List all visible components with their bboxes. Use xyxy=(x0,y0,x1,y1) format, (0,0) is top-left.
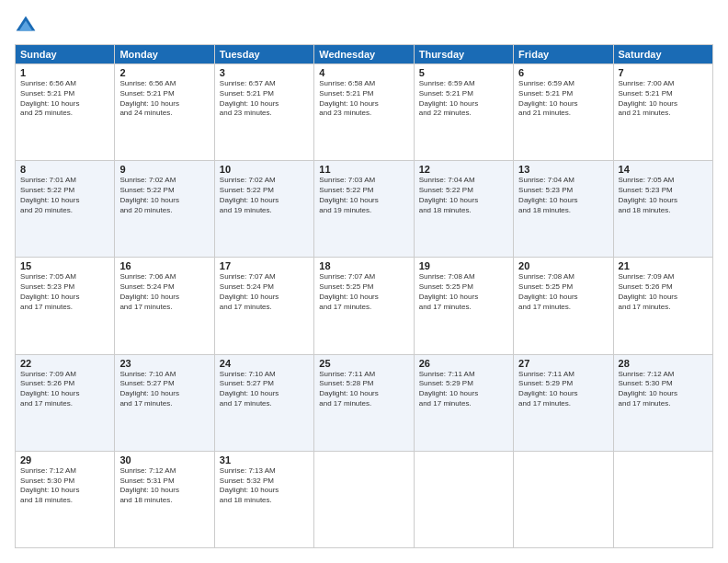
day-number: 27 xyxy=(518,358,608,369)
cell-4-5 xyxy=(514,451,613,547)
cell-info: Sunrise: 7:00 AM Sunset: 5:21 PM Dayligh… xyxy=(619,79,708,119)
calendar-table: SundayMondayTuesdayWednesdayThursdayFrid… xyxy=(15,44,713,548)
cell-info: Sunrise: 7:08 AM Sunset: 5:25 PM Dayligh… xyxy=(419,272,508,312)
week-row-2: 15Sunrise: 7:05 AM Sunset: 5:23 PM Dayli… xyxy=(16,258,713,354)
cell-info: Sunrise: 7:02 AM Sunset: 5:22 PM Dayligh… xyxy=(220,176,309,215)
col-sunday: Sunday xyxy=(16,45,115,64)
day-number: 8 xyxy=(20,164,109,175)
cell-info: Sunrise: 6:56 AM Sunset: 5:21 PM Dayligh… xyxy=(20,79,109,119)
cell-0-2: 3Sunrise: 6:57 AM Sunset: 5:21 PM Daylig… xyxy=(214,64,313,161)
day-number: 14 xyxy=(619,164,708,175)
cell-info: Sunrise: 6:57 AM Sunset: 5:21 PM Dayligh… xyxy=(220,79,309,119)
day-number: 13 xyxy=(518,164,608,175)
cell-0-6: 7Sunrise: 7:00 AM Sunset: 5:21 PM Daylig… xyxy=(613,64,712,161)
cell-info: Sunrise: 7:02 AM Sunset: 5:22 PM Dayligh… xyxy=(119,176,209,215)
day-number: 18 xyxy=(319,260,408,271)
col-saturday: Saturday xyxy=(613,45,712,64)
cell-3-0: 22Sunrise: 7:09 AM Sunset: 5:26 PM Dayli… xyxy=(16,354,115,451)
cell-1-3: 11Sunrise: 7:03 AM Sunset: 5:22 PM Dayli… xyxy=(314,161,414,258)
cell-2-4: 19Sunrise: 7:08 AM Sunset: 5:25 PM Dayli… xyxy=(414,258,513,354)
cell-info: Sunrise: 7:04 AM Sunset: 5:23 PM Dayligh… xyxy=(518,176,608,215)
col-thursday: Thursday xyxy=(414,45,513,64)
cell-4-0: 29Sunrise: 7:12 AM Sunset: 5:30 PM Dayli… xyxy=(16,451,115,547)
day-number: 25 xyxy=(319,358,408,369)
cell-0-1: 2Sunrise: 6:56 AM Sunset: 5:21 PM Daylig… xyxy=(115,64,214,161)
header xyxy=(15,15,713,37)
logo xyxy=(15,15,40,37)
cell-3-1: 23Sunrise: 7:10 AM Sunset: 5:27 PM Dayli… xyxy=(115,354,214,451)
day-number: 30 xyxy=(119,454,209,465)
cell-info: Sunrise: 7:12 AM Sunset: 5:30 PM Dayligh… xyxy=(619,370,708,409)
day-number: 7 xyxy=(619,67,708,78)
cell-3-2: 24Sunrise: 7:10 AM Sunset: 5:27 PM Dayli… xyxy=(214,354,313,451)
day-number: 11 xyxy=(319,164,408,175)
day-number: 2 xyxy=(119,67,209,78)
cell-2-0: 15Sunrise: 7:05 AM Sunset: 5:23 PM Dayli… xyxy=(16,258,115,354)
cell-info: Sunrise: 6:59 AM Sunset: 5:21 PM Dayligh… xyxy=(419,79,508,119)
cell-info: Sunrise: 7:08 AM Sunset: 5:25 PM Dayligh… xyxy=(518,272,608,312)
cell-info: Sunrise: 7:05 AM Sunset: 5:23 PM Dayligh… xyxy=(20,272,109,312)
cell-2-6: 21Sunrise: 7:09 AM Sunset: 5:26 PM Dayli… xyxy=(613,258,712,354)
cell-2-1: 16Sunrise: 7:06 AM Sunset: 5:24 PM Dayli… xyxy=(115,258,214,354)
cell-1-6: 14Sunrise: 7:05 AM Sunset: 5:23 PM Dayli… xyxy=(613,161,712,258)
day-number: 5 xyxy=(419,67,508,78)
col-friday: Friday xyxy=(514,45,613,64)
cell-0-5: 6Sunrise: 6:59 AM Sunset: 5:21 PM Daylig… xyxy=(514,64,613,161)
day-number: 10 xyxy=(220,164,309,175)
day-number: 12 xyxy=(419,164,508,175)
cell-3-3: 25Sunrise: 7:11 AM Sunset: 5:28 PM Dayli… xyxy=(314,354,414,451)
cell-info: Sunrise: 7:01 AM Sunset: 5:22 PM Dayligh… xyxy=(20,176,109,215)
column-headers: SundayMondayTuesdayWednesdayThursdayFrid… xyxy=(16,45,713,64)
cell-3-6: 28Sunrise: 7:12 AM Sunset: 5:30 PM Dayli… xyxy=(613,354,712,451)
cell-2-3: 18Sunrise: 7:07 AM Sunset: 5:25 PM Dayli… xyxy=(314,258,414,354)
cell-info: Sunrise: 7:07 AM Sunset: 5:25 PM Dayligh… xyxy=(319,272,408,312)
cell-info: Sunrise: 7:12 AM Sunset: 5:31 PM Dayligh… xyxy=(119,466,209,506)
day-number: 9 xyxy=(119,164,209,175)
cell-1-2: 10Sunrise: 7:02 AM Sunset: 5:22 PM Dayli… xyxy=(214,161,313,258)
cell-info: Sunrise: 7:11 AM Sunset: 5:29 PM Dayligh… xyxy=(518,370,608,409)
cell-4-1: 30Sunrise: 7:12 AM Sunset: 5:31 PM Dayli… xyxy=(115,451,214,547)
cell-4-4 xyxy=(414,451,513,547)
cell-0-3: 4Sunrise: 6:58 AM Sunset: 5:21 PM Daylig… xyxy=(314,64,414,161)
day-number: 4 xyxy=(319,67,408,78)
day-number: 24 xyxy=(220,358,309,369)
day-number: 23 xyxy=(119,358,209,369)
day-number: 3 xyxy=(220,67,309,78)
cell-info: Sunrise: 7:09 AM Sunset: 5:26 PM Dayligh… xyxy=(20,370,109,409)
cell-info: Sunrise: 7:11 AM Sunset: 5:28 PM Dayligh… xyxy=(319,370,408,409)
cell-3-5: 27Sunrise: 7:11 AM Sunset: 5:29 PM Dayli… xyxy=(514,354,613,451)
day-number: 16 xyxy=(119,260,209,271)
cell-info: Sunrise: 7:10 AM Sunset: 5:27 PM Dayligh… xyxy=(220,370,309,409)
page: SundayMondayTuesdayWednesdayThursdayFrid… xyxy=(0,0,728,563)
cell-3-4: 26Sunrise: 7:11 AM Sunset: 5:29 PM Dayli… xyxy=(414,354,513,451)
day-number: 19 xyxy=(419,260,508,271)
cell-info: Sunrise: 7:04 AM Sunset: 5:22 PM Dayligh… xyxy=(419,176,508,215)
day-number: 6 xyxy=(518,67,608,78)
week-row-3: 22Sunrise: 7:09 AM Sunset: 5:26 PM Dayli… xyxy=(16,354,713,451)
cell-info: Sunrise: 7:03 AM Sunset: 5:22 PM Dayligh… xyxy=(319,176,408,215)
week-row-0: 1Sunrise: 6:56 AM Sunset: 5:21 PM Daylig… xyxy=(16,64,713,161)
day-number: 31 xyxy=(220,454,309,465)
day-number: 28 xyxy=(619,358,708,369)
cell-info: Sunrise: 6:58 AM Sunset: 5:21 PM Dayligh… xyxy=(319,79,408,119)
cell-info: Sunrise: 7:06 AM Sunset: 5:24 PM Dayligh… xyxy=(119,272,209,312)
cell-1-4: 12Sunrise: 7:04 AM Sunset: 5:22 PM Dayli… xyxy=(414,161,513,258)
cell-info: Sunrise: 7:12 AM Sunset: 5:30 PM Dayligh… xyxy=(20,466,109,506)
cell-4-2: 31Sunrise: 7:13 AM Sunset: 5:32 PM Dayli… xyxy=(214,451,313,547)
day-number: 29 xyxy=(20,454,109,465)
col-wednesday: Wednesday xyxy=(314,45,414,64)
cell-info: Sunrise: 7:13 AM Sunset: 5:32 PM Dayligh… xyxy=(220,466,309,506)
cell-2-5: 20Sunrise: 7:08 AM Sunset: 5:25 PM Dayli… xyxy=(514,258,613,354)
cell-info: Sunrise: 6:56 AM Sunset: 5:21 PM Dayligh… xyxy=(119,79,209,119)
cell-info: Sunrise: 7:05 AM Sunset: 5:23 PM Dayligh… xyxy=(619,176,708,215)
cell-info: Sunrise: 7:10 AM Sunset: 5:27 PM Dayligh… xyxy=(119,370,209,409)
day-number: 20 xyxy=(518,260,608,271)
cell-4-6 xyxy=(613,451,712,547)
cell-2-2: 17Sunrise: 7:07 AM Sunset: 5:24 PM Dayli… xyxy=(214,258,313,354)
cell-info: Sunrise: 6:59 AM Sunset: 5:21 PM Dayligh… xyxy=(518,79,608,119)
day-number: 22 xyxy=(20,358,109,369)
cell-info: Sunrise: 7:07 AM Sunset: 5:24 PM Dayligh… xyxy=(220,272,309,312)
cell-1-5: 13Sunrise: 7:04 AM Sunset: 5:23 PM Dayli… xyxy=(514,161,613,258)
cell-1-0: 8Sunrise: 7:01 AM Sunset: 5:22 PM Daylig… xyxy=(16,161,115,258)
day-number: 21 xyxy=(619,260,708,271)
